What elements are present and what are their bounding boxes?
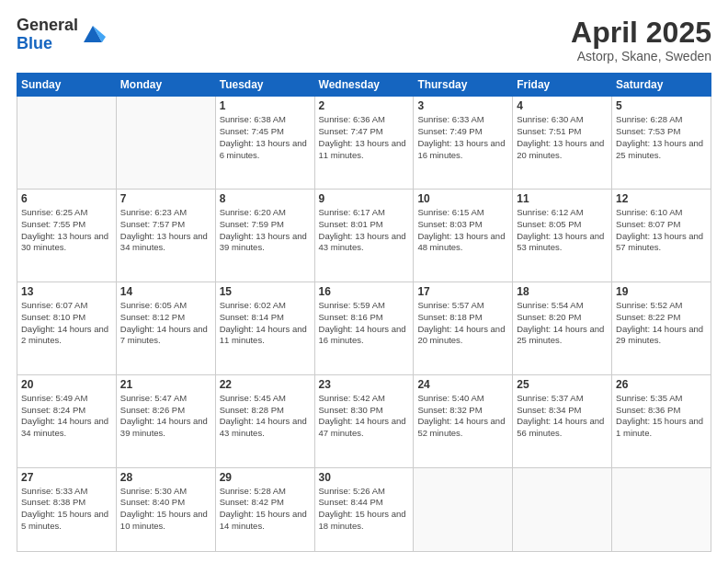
day-number: 26 bbox=[616, 378, 707, 391]
calendar-cell: 6Sunrise: 6:25 AM Sunset: 7:55 PM Daylig… bbox=[17, 190, 117, 282]
week-row-5: 27Sunrise: 5:33 AM Sunset: 8:38 PM Dayli… bbox=[17, 467, 711, 551]
logo: General Blue bbox=[17, 17, 106, 53]
day-info: Sunrise: 5:30 AM Sunset: 8:40 PM Dayligh… bbox=[120, 486, 211, 533]
calendar-cell: 29Sunrise: 5:28 AM Sunset: 8:42 PM Dayli… bbox=[215, 467, 314, 551]
calendar-cell bbox=[116, 97, 215, 190]
day-info: Sunrise: 6:28 AM Sunset: 7:53 PM Dayligh… bbox=[616, 114, 707, 161]
day-info: Sunrise: 6:12 AM Sunset: 8:05 PM Dayligh… bbox=[517, 207, 608, 254]
day-info: Sunrise: 5:35 AM Sunset: 8:36 PM Dayligh… bbox=[616, 393, 707, 440]
calendar-cell: 28Sunrise: 5:30 AM Sunset: 8:40 PM Dayli… bbox=[116, 467, 215, 551]
calendar-cell: 21Sunrise: 5:47 AM Sunset: 8:26 PM Dayli… bbox=[116, 374, 215, 467]
logo-icon bbox=[80, 20, 106, 46]
day-number: 3 bbox=[417, 99, 508, 112]
day-number: 29 bbox=[220, 471, 311, 484]
day-info: Sunrise: 5:59 AM Sunset: 8:16 PM Dayligh… bbox=[319, 300, 410, 347]
calendar-cell: 11Sunrise: 6:12 AM Sunset: 8:05 PM Dayli… bbox=[513, 190, 612, 282]
calendar-cell: 1Sunrise: 6:38 AM Sunset: 7:45 PM Daylig… bbox=[215, 97, 314, 190]
day-info: Sunrise: 5:33 AM Sunset: 8:38 PM Dayligh… bbox=[21, 486, 112, 533]
day-number: 14 bbox=[120, 285, 211, 298]
day-info: Sunrise: 6:36 AM Sunset: 7:47 PM Dayligh… bbox=[319, 114, 410, 161]
calendar-cell bbox=[414, 467, 513, 551]
calendar-cell: 22Sunrise: 5:45 AM Sunset: 8:28 PM Dayli… bbox=[215, 374, 314, 467]
calendar-cell: 23Sunrise: 5:42 AM Sunset: 8:30 PM Dayli… bbox=[314, 374, 414, 467]
day-info: Sunrise: 5:42 AM Sunset: 8:30 PM Dayligh… bbox=[319, 393, 410, 440]
week-row-1: 1Sunrise: 6:38 AM Sunset: 7:45 PM Daylig… bbox=[17, 97, 711, 190]
day-number: 11 bbox=[517, 192, 608, 205]
calendar-cell: 4Sunrise: 6:30 AM Sunset: 7:51 PM Daylig… bbox=[513, 97, 612, 190]
title-month: April 2025 bbox=[571, 17, 711, 49]
day-number: 7 bbox=[120, 192, 211, 205]
title-location: Astorp, Skane, Sweden bbox=[571, 49, 711, 63]
day-info: Sunrise: 5:37 AM Sunset: 8:34 PM Dayligh… bbox=[517, 393, 608, 440]
calendar-cell: 3Sunrise: 6:33 AM Sunset: 7:49 PM Daylig… bbox=[414, 97, 513, 190]
day-number: 6 bbox=[21, 192, 112, 205]
week-row-3: 13Sunrise: 6:07 AM Sunset: 8:10 PM Dayli… bbox=[17, 282, 711, 374]
calendar-cell: 16Sunrise: 5:59 AM Sunset: 8:16 PM Dayli… bbox=[314, 282, 414, 374]
day-info: Sunrise: 5:54 AM Sunset: 8:20 PM Dayligh… bbox=[517, 300, 608, 347]
day-number: 23 bbox=[319, 378, 410, 391]
calendar-cell: 18Sunrise: 5:54 AM Sunset: 8:20 PM Dayli… bbox=[513, 282, 612, 374]
day-number: 1 bbox=[220, 99, 311, 112]
day-info: Sunrise: 6:15 AM Sunset: 8:03 PM Dayligh… bbox=[417, 207, 508, 254]
calendar-cell bbox=[513, 467, 612, 551]
weekday-header-tuesday: Tuesday bbox=[215, 74, 314, 97]
calendar-cell: 19Sunrise: 5:52 AM Sunset: 8:22 PM Dayli… bbox=[612, 282, 711, 374]
calendar-cell bbox=[17, 97, 117, 190]
calendar-cell: 27Sunrise: 5:33 AM Sunset: 8:38 PM Dayli… bbox=[17, 467, 117, 551]
day-number: 20 bbox=[21, 378, 112, 391]
title-block: April 2025 Astorp, Skane, Sweden bbox=[571, 17, 711, 63]
day-number: 27 bbox=[21, 471, 112, 484]
day-number: 9 bbox=[319, 192, 410, 205]
calendar-cell: 10Sunrise: 6:15 AM Sunset: 8:03 PM Dayli… bbox=[414, 190, 513, 282]
day-number: 10 bbox=[417, 192, 508, 205]
calendar-cell: 20Sunrise: 5:49 AM Sunset: 8:24 PM Dayli… bbox=[17, 374, 117, 467]
day-number: 2 bbox=[319, 99, 410, 112]
weekday-header-saturday: Saturday bbox=[612, 74, 711, 97]
calendar-table: SundayMondayTuesdayWednesdayThursdayFrid… bbox=[17, 73, 711, 552]
day-info: Sunrise: 5:28 AM Sunset: 8:42 PM Dayligh… bbox=[220, 486, 311, 533]
day-number: 4 bbox=[517, 99, 608, 112]
day-info: Sunrise: 5:52 AM Sunset: 8:22 PM Dayligh… bbox=[616, 300, 707, 347]
day-number: 15 bbox=[220, 285, 311, 298]
calendar-cell: 14Sunrise: 6:05 AM Sunset: 8:12 PM Dayli… bbox=[116, 282, 215, 374]
day-number: 30 bbox=[319, 471, 410, 484]
day-number: 16 bbox=[319, 285, 410, 298]
calendar-cell: 7Sunrise: 6:23 AM Sunset: 7:57 PM Daylig… bbox=[116, 190, 215, 282]
day-info: Sunrise: 6:02 AM Sunset: 8:14 PM Dayligh… bbox=[220, 300, 311, 347]
day-number: 24 bbox=[417, 378, 508, 391]
day-number: 5 bbox=[616, 99, 707, 112]
weekday-header-monday: Monday bbox=[116, 74, 215, 97]
day-info: Sunrise: 5:49 AM Sunset: 8:24 PM Dayligh… bbox=[21, 393, 112, 440]
calendar-cell: 13Sunrise: 6:07 AM Sunset: 8:10 PM Dayli… bbox=[17, 282, 117, 374]
day-number: 19 bbox=[616, 285, 707, 298]
day-info: Sunrise: 5:57 AM Sunset: 8:18 PM Dayligh… bbox=[417, 300, 508, 347]
day-info: Sunrise: 5:45 AM Sunset: 8:28 PM Dayligh… bbox=[220, 393, 311, 440]
day-number: 8 bbox=[220, 192, 311, 205]
calendar-cell: 5Sunrise: 6:28 AM Sunset: 7:53 PM Daylig… bbox=[612, 97, 711, 190]
calendar-cell: 9Sunrise: 6:17 AM Sunset: 8:01 PM Daylig… bbox=[314, 190, 414, 282]
day-number: 12 bbox=[616, 192, 707, 205]
calendar-cell: 15Sunrise: 6:02 AM Sunset: 8:14 PM Dayli… bbox=[215, 282, 314, 374]
logo-blue-text: Blue bbox=[17, 35, 78, 53]
weekday-header-row: SundayMondayTuesdayWednesdayThursdayFrid… bbox=[17, 74, 711, 97]
calendar-cell: 12Sunrise: 6:10 AM Sunset: 8:07 PM Dayli… bbox=[612, 190, 711, 282]
weekday-header-thursday: Thursday bbox=[414, 74, 513, 97]
day-number: 18 bbox=[517, 285, 608, 298]
day-info: Sunrise: 6:17 AM Sunset: 8:01 PM Dayligh… bbox=[319, 207, 410, 254]
header: General Blue April 2025 Astorp, Skane, S… bbox=[17, 17, 711, 63]
day-number: 28 bbox=[120, 471, 211, 484]
day-number: 25 bbox=[517, 378, 608, 391]
calendar-cell: 24Sunrise: 5:40 AM Sunset: 8:32 PM Dayli… bbox=[414, 374, 513, 467]
day-number: 17 bbox=[417, 285, 508, 298]
week-row-2: 6Sunrise: 6:25 AM Sunset: 7:55 PM Daylig… bbox=[17, 190, 711, 282]
day-info: Sunrise: 5:26 AM Sunset: 8:44 PM Dayligh… bbox=[319, 486, 410, 533]
calendar-cell: 30Sunrise: 5:26 AM Sunset: 8:44 PM Dayli… bbox=[314, 467, 414, 551]
calendar-cell bbox=[612, 467, 711, 551]
day-info: Sunrise: 6:30 AM Sunset: 7:51 PM Dayligh… bbox=[517, 114, 608, 161]
day-info: Sunrise: 6:07 AM Sunset: 8:10 PM Dayligh… bbox=[21, 300, 112, 347]
calendar-cell: 25Sunrise: 5:37 AM Sunset: 8:34 PM Dayli… bbox=[513, 374, 612, 467]
day-info: Sunrise: 6:05 AM Sunset: 8:12 PM Dayligh… bbox=[120, 300, 211, 347]
day-info: Sunrise: 6:23 AM Sunset: 7:57 PM Dayligh… bbox=[120, 207, 211, 254]
day-info: Sunrise: 5:40 AM Sunset: 8:32 PM Dayligh… bbox=[417, 393, 508, 440]
day-info: Sunrise: 6:25 AM Sunset: 7:55 PM Dayligh… bbox=[21, 207, 112, 254]
